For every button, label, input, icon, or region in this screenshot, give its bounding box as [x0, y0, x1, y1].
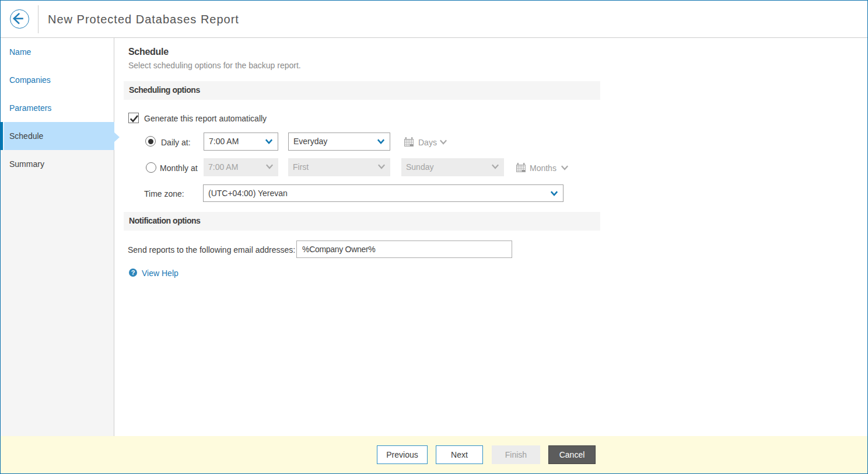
svg-text:?: ?: [131, 269, 135, 276]
